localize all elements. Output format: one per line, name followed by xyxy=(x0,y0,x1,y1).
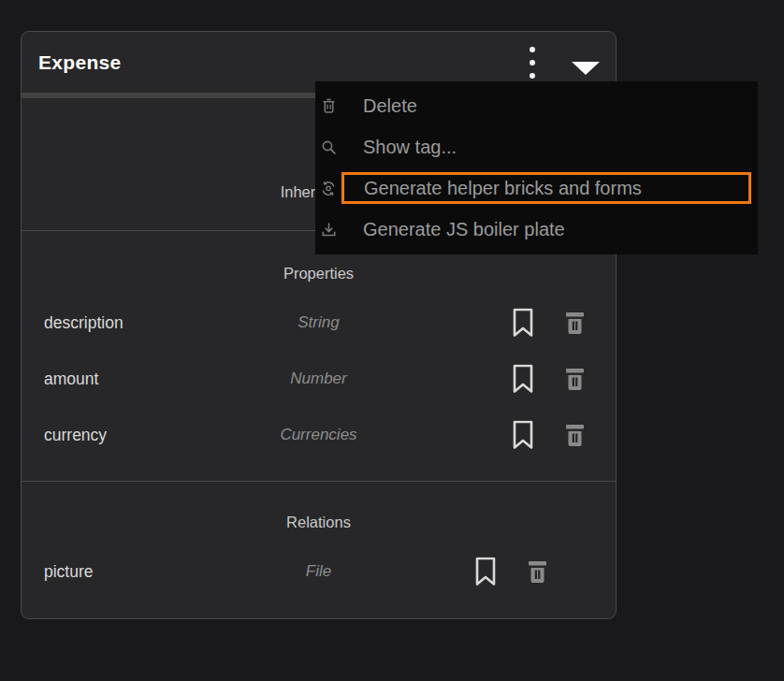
search-icon xyxy=(320,138,337,155)
relations-heading: Relations xyxy=(22,482,616,534)
relations-section: Relations picture File xyxy=(22,482,616,618)
trash-icon[interactable] xyxy=(563,367,587,392)
menu-item-generate-helpers[interactable]: Generate helper bricks and forms xyxy=(315,167,758,209)
bookmark-icon[interactable] xyxy=(513,309,533,338)
menu-item-generate-js[interactable]: Generate JS boiler plate xyxy=(315,209,758,250)
menu-item-label: Generate helper bricks and forms xyxy=(364,178,642,199)
bookmark-icon[interactable] xyxy=(513,421,533,450)
property-row: description String xyxy=(22,295,616,351)
properties-section: Properties description String amount Num… xyxy=(22,231,616,481)
trash-icon[interactable] xyxy=(526,559,549,585)
download-icon xyxy=(320,221,337,238)
entity-title: Expense xyxy=(38,51,121,74)
trash-icon[interactable] xyxy=(563,423,587,448)
bookmark-icon[interactable] xyxy=(475,558,496,587)
app-canvas: Expense Inheritance Properties descripti… xyxy=(0,0,784,681)
relation-row: picture File xyxy=(22,543,616,600)
menu-item-label: Show tag... xyxy=(363,137,457,158)
kebab-menu-icon[interactable] xyxy=(525,45,540,80)
highlight-box: Generate helper bricks and forms xyxy=(341,172,751,204)
trash-icon xyxy=(320,97,337,114)
menu-item-label: Generate JS boiler plate xyxy=(363,219,565,240)
kebab-dot xyxy=(530,47,535,52)
context-menu: Delete Show tag... Generate helper b xyxy=(315,81,758,254)
kebab-dot xyxy=(530,73,535,79)
chevron-down-icon[interactable] xyxy=(572,62,600,75)
kebab-dot xyxy=(530,60,535,65)
generate-sync-gear-icon xyxy=(320,180,337,196)
property-row: amount Number xyxy=(22,351,616,407)
property-row: currency Currencies xyxy=(22,407,616,463)
menu-item-delete[interactable]: Delete xyxy=(315,85,758,126)
menu-item-show-tag[interactable]: Show tag... xyxy=(315,126,758,167)
trash-icon[interactable] xyxy=(563,311,587,336)
bookmark-icon[interactable] xyxy=(513,365,533,394)
menu-item-label: Delete xyxy=(363,95,417,117)
